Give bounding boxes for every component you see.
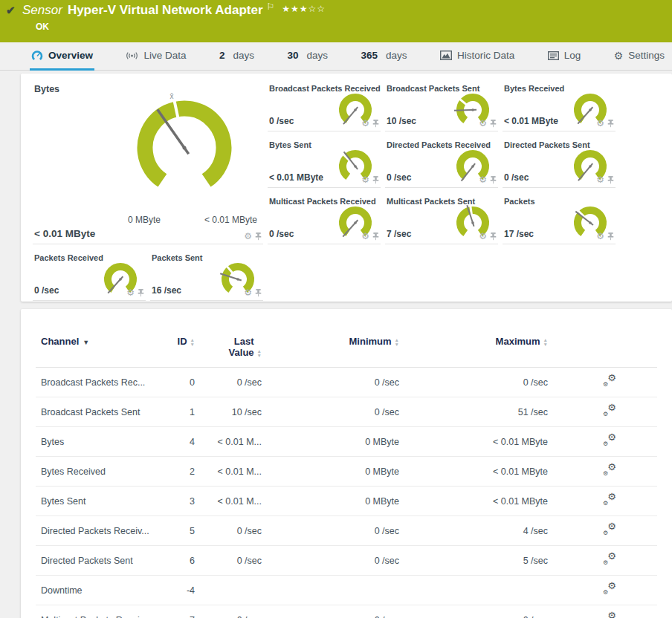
gauge-tile-actions: ⚙ (244, 232, 262, 241)
channel-name-cell: Multicast Packets Recei... (36, 605, 151, 618)
gear-icon[interactable]: ⚙ (479, 175, 487, 184)
channel-settings-icon[interactable]: ⚙⚙ (603, 524, 616, 536)
channel-minimum-cell: 0 /sec (262, 605, 399, 618)
channel-maximum-cell: < 0.01 MByte (399, 487, 548, 516)
channel-settings-icon[interactable]: ⚙⚙ (603, 494, 616, 506)
gauge-scale-min-label: 0 MByte (128, 215, 161, 225)
channel-maximum-cell: 5 /sec (399, 546, 548, 576)
table-row: Downtime -4 ⚙⚙ (36, 576, 657, 605)
channel-name-cell: Bytes Sent (36, 487, 151, 516)
tab-label: Live Data (143, 50, 186, 61)
tab-overview[interactable]: Overview (30, 42, 94, 71)
flag-icon[interactable]: ⚐ (267, 1, 275, 12)
star-empty-icons: ☆☆ (308, 4, 326, 14)
gear-icon[interactable]: ⚙ (596, 175, 604, 184)
channel-settings-icon[interactable]: ⚙⚙ (603, 583, 616, 595)
tab-label: days (233, 50, 254, 61)
tab-30-days[interactable]: 30 days (285, 42, 329, 71)
gauge-value: 0 /sec (504, 172, 529, 183)
gear-icon[interactable]: ⚙ (596, 119, 604, 128)
gauge-tile-actions: ⚙ (596, 119, 614, 128)
channel-settings-icon[interactable]: ⚙⚙ (603, 464, 616, 476)
gauge-value: 0 /sec (34, 285, 59, 296)
gauge-value: 0 /sec (269, 116, 294, 126)
column-header-id[interactable]: ID▲▼ (151, 336, 195, 368)
pin-icon[interactable] (607, 120, 614, 128)
gear-icon[interactable]: ⚙ (596, 232, 604, 241)
tab-log[interactable]: Log (546, 42, 583, 71)
pin-icon[interactable] (490, 120, 497, 128)
column-header-minimum[interactable]: Minimum▲▼ (262, 336, 399, 368)
column-header-channel[interactable]: Channel▼ (36, 336, 151, 368)
table-row: Multicast Packets Recei... 7 0 /sec 0 /s… (36, 605, 657, 618)
channel-minimum-cell (262, 576, 399, 605)
channel-name-cell: Broadcast Packets Rec... (36, 368, 151, 397)
table-row: Directed Packets Sent 6 0 /sec 0 /sec 5 … (36, 546, 657, 576)
pin-icon[interactable] (255, 232, 262, 241)
gauge-title: Bytes Sent (269, 140, 311, 149)
tab-2-days[interactable]: 2 days (218, 42, 256, 71)
channel-name-cell: Bytes (36, 427, 151, 457)
channel-settings-icon[interactable]: ⚙⚙ (603, 613, 616, 618)
channel-id-cell: 7 (151, 605, 195, 618)
gauge-value: < 0.01 MByte (504, 116, 558, 126)
channel-settings-icon[interactable]: ⚙⚙ (603, 375, 616, 387)
pin-icon[interactable] (490, 176, 497, 184)
gear-icon[interactable]: ⚙ (361, 232, 369, 241)
gear-icon[interactable]: ⚙ (244, 232, 252, 241)
channel-settings-icon[interactable]: ⚙⚙ (603, 553, 616, 565)
tab-label: days (386, 50, 407, 61)
pin-icon[interactable] (490, 232, 497, 241)
table-row: Broadcast Packets Rec... 0 0 /sec 0 /sec… (36, 368, 657, 397)
gauge-value: 17 /sec (504, 229, 534, 239)
gauge-tile-actions: ⚙ (361, 232, 379, 241)
tab-label: Overview (48, 50, 93, 61)
gear-icon[interactable]: ⚙ (244, 288, 252, 297)
table-row: Bytes Sent 3 < 0.01 M... 0 MByte < 0.01 … (36, 487, 657, 516)
tab-365-days[interactable]: 365 days (359, 42, 408, 71)
channel-id-cell: 2 (151, 457, 195, 487)
channel-id-cell: -4 (151, 576, 195, 605)
column-header-maximum[interactable]: Maximum▲▼ (399, 336, 548, 368)
channel-last-value-cell: 0 /sec (195, 516, 262, 546)
tab-live-data[interactable]: Live Data (124, 42, 187, 71)
channel-name-cell: Downtime (36, 576, 151, 605)
status-badge: OK (36, 22, 49, 32)
channel-last-value-cell: < 0.01 M... (195, 457, 262, 487)
pin-icon[interactable] (255, 289, 262, 297)
tab-settings[interactable]: ⚙ Settings (613, 42, 666, 71)
pin-icon[interactable] (372, 232, 379, 241)
pin-icon[interactable] (138, 289, 144, 297)
gear-icon[interactable]: ⚙ (479, 119, 487, 128)
channel-settings-icon[interactable]: ⚙⚙ (603, 435, 616, 446)
gear-icon[interactable]: ⚙ (361, 175, 369, 184)
check-icon: ✔ (6, 4, 16, 17)
tab-historic-data[interactable]: Historic Data (439, 42, 516, 71)
priority-stars[interactable]: ★★★☆☆ (282, 4, 326, 14)
column-header-actions (548, 336, 657, 368)
pin-icon[interactable] (372, 176, 379, 184)
pin-icon[interactable] (607, 176, 614, 184)
gauge-title: Bytes (34, 84, 59, 94)
gauge-tile: Packets Received 0 /sec ⚙ (33, 252, 146, 301)
gear-icon[interactable]: ⚙ (361, 119, 369, 128)
channel-settings-icon[interactable]: ⚙⚙ (603, 405, 616, 417)
pin-icon[interactable] (372, 120, 379, 128)
channel-last-value-cell: 0 /sec (195, 546, 262, 576)
pin-icon[interactable] (607, 232, 614, 241)
log-icon (548, 51, 559, 60)
gauge-icon (31, 51, 43, 61)
gauge-tile: Broadcast Packets Sent 10 /sec ⚙ (385, 82, 498, 131)
channel-last-value-cell: < 0.01 M... (195, 487, 262, 516)
gauge-tile: Directed Packets Sent 0 /sec ⚙ (503, 139, 616, 188)
channel-id-cell: 4 (151, 427, 195, 457)
channel-maximum-cell: < 0.01 MByte (399, 457, 548, 487)
channel-id-cell: 6 (151, 546, 195, 576)
sort-arrows-icon: ▲▼ (395, 338, 399, 347)
column-header-last-value[interactable]: Last Value▲▼ (195, 336, 262, 368)
gauge-tile-bytes: Bytes x̄ 0 MByte < 0.01 MByte < 0.01 MBy… (33, 82, 263, 244)
gauge-value: < 0.01 MByte (269, 172, 323, 183)
gear-icon[interactable]: ⚙ (126, 288, 135, 297)
channel-name-cell: Directed Packets Sent (36, 546, 151, 576)
gear-icon[interactable]: ⚙ (479, 232, 487, 241)
